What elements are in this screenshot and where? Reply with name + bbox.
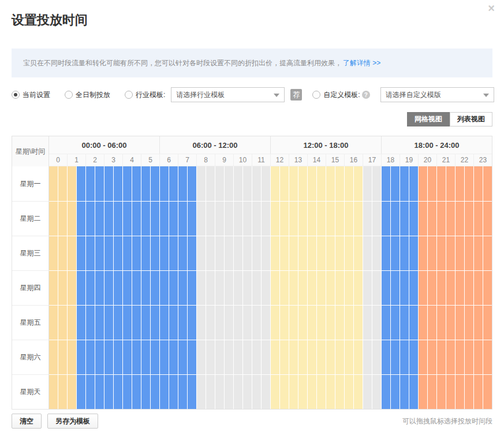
time-slot-cell[interactable] [68,166,76,201]
time-slot-cell[interactable] [178,271,187,305]
radio-icon[interactable] [312,91,320,99]
time-slot-cell[interactable] [114,236,122,270]
time-slot-cell[interactable] [271,306,279,340]
time-slot-cell[interactable] [483,202,492,236]
time-slot-cell[interactable] [215,236,224,270]
time-slot-cell[interactable] [428,202,436,236]
time-slot-cell[interactable] [58,306,67,340]
time-slot-cell[interactable] [474,340,483,374]
time-slot-cell[interactable] [197,166,206,201]
time-slot-cell[interactable] [391,271,400,305]
time-slot-cell[interactable] [456,166,464,201]
time-slot-cell[interactable] [474,202,483,236]
time-slot-cell[interactable] [206,340,215,374]
time-slot-cell[interactable] [372,202,381,236]
time-slot-cell[interactable] [132,340,141,374]
time-slot-cell[interactable] [188,375,196,409]
time-slot-cell[interactable] [114,202,122,236]
time-slot-cell[interactable] [188,271,196,305]
time-slot-cell[interactable] [419,236,427,270]
time-slot-cell[interactable] [372,340,381,374]
time-slot-cell[interactable] [317,306,326,340]
time-slot-cell[interactable] [160,306,169,340]
time-slot-cell[interactable] [141,306,150,340]
time-slot-cell[interactable] [58,202,67,236]
time-slot-cell[interactable] [49,166,58,201]
time-slot-cell[interactable] [271,236,279,270]
time-slot-cell[interactable] [188,236,196,270]
time-slot-cell[interactable] [419,340,427,374]
time-slot-cell[interactable] [86,271,95,305]
time-slot-cell[interactable] [123,306,132,340]
time-slot-cell[interactable] [409,375,418,409]
time-slot-cell[interactable] [58,166,67,201]
time-slot-cell[interactable] [298,271,307,305]
time-slot-cell[interactable] [215,375,224,409]
time-slot-cell[interactable] [298,236,307,270]
time-slot-cell[interactable] [280,375,289,409]
time-slot-cell[interactable] [372,236,381,270]
time-slot-cell[interactable] [132,202,141,236]
time-slot-cell[interactable] [391,340,400,374]
time-slot-cell[interactable] [363,340,372,374]
time-slot-cell[interactable] [77,306,85,340]
time-slot-cell[interactable] [169,306,178,340]
time-slot-cell[interactable] [86,236,95,270]
time-slot-cell[interactable] [419,271,427,305]
time-slot-cell[interactable] [465,271,473,305]
time-slot-cell[interactable] [308,166,316,201]
time-slot-cell[interactable] [419,202,427,236]
time-slot-cell[interactable] [456,236,464,270]
time-slot-cell[interactable] [215,271,224,305]
time-slot-cell[interactable] [391,375,400,409]
grid-view-button[interactable]: 网格视图 [407,112,450,127]
time-slot-cell[interactable] [262,306,270,340]
time-slot-cell[interactable] [197,271,206,305]
time-slot-cell[interactable] [419,375,427,409]
time-slot-cell[interactable] [252,166,261,201]
time-slot-cell[interactable] [354,236,363,270]
time-slot-cell[interactable] [382,375,390,409]
time-slot-cell[interactable] [308,202,316,236]
time-slot-cell[interactable] [114,306,122,340]
save-as-template-button[interactable]: 另存为模板 [47,414,98,429]
time-slot-cell[interactable] [335,271,344,305]
time-slot-cell[interactable] [317,375,326,409]
industry-template-select[interactable]: 请选择行业模板 [171,87,285,102]
time-slot-cell[interactable] [243,306,252,340]
time-slot-cell[interactable] [206,202,215,236]
time-slot-cell[interactable] [86,202,95,236]
time-slot-cell[interactable] [160,271,169,305]
time-slot-cell[interactable] [483,236,492,270]
time-slot-cell[interactable] [456,375,464,409]
time-slot-cell[interactable] [160,340,169,374]
time-slot-cell[interactable] [49,236,58,270]
time-slot-cell[interactable] [317,202,326,236]
time-slot-cell[interactable] [225,306,233,340]
list-view-button[interactable]: 列表视图 [450,112,492,127]
time-slot-cell[interactable] [400,375,409,409]
time-slot-cell[interactable] [326,202,335,236]
time-slot-cell[interactable] [243,271,252,305]
time-slot-cell[interactable] [104,271,113,305]
time-slot-cell[interactable] [428,236,436,270]
time-slot-cell[interactable] [234,340,242,374]
radio-custom-template[interactable]: 自定义模板: [312,90,360,100]
time-slot-cell[interactable] [391,236,400,270]
time-slot-cell[interactable] [456,271,464,305]
time-slot-cell[interactable] [123,375,132,409]
time-slot-cell[interactable] [206,306,215,340]
time-slot-cell[interactable] [104,340,113,374]
time-slot-cell[interactable] [104,166,113,201]
time-slot-cell[interactable] [456,202,464,236]
time-slot-cell[interactable] [188,306,196,340]
time-slot-cell[interactable] [409,271,418,305]
time-slot-cell[interactable] [151,340,159,374]
time-slot-cell[interactable] [123,271,132,305]
time-slot-cell[interactable] [234,271,242,305]
time-slot-cell[interactable] [372,375,381,409]
time-slot-cell[interactable] [409,202,418,236]
time-slot-cell[interactable] [262,271,270,305]
time-slot-cell[interactable] [169,166,178,201]
time-slot-cell[interactable] [197,306,206,340]
